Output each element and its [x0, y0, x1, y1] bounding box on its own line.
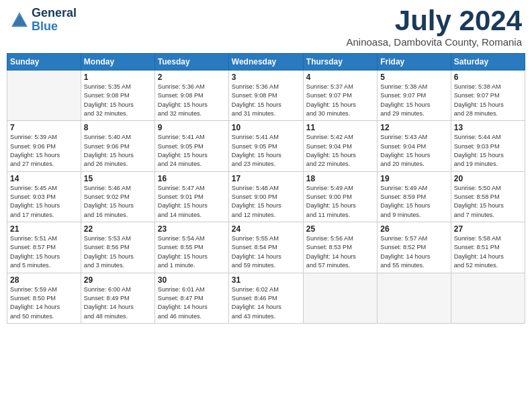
month-title: July 2024	[346, 7, 522, 35]
day-number: 10	[232, 123, 300, 132]
title-area: July 2024 Aninoasa, Dambovita County, Ro…	[346, 7, 522, 48]
day-info: Sunrise: 5:41 AM Sunset: 9:05 PM Dayligh…	[158, 133, 226, 169]
day-info: Sunrise: 5:44 AM Sunset: 9:03 PM Dayligh…	[454, 133, 522, 169]
day-info: Sunrise: 5:42 AM Sunset: 9:04 PM Dayligh…	[306, 133, 374, 169]
day-number: 17	[232, 174, 300, 183]
calendar-cell: 30Sunrise: 6:01 AM Sunset: 8:47 PM Dayli…	[154, 273, 228, 323]
calendar-cell: 25Sunrise: 5:56 AM Sunset: 8:53 PM Dayli…	[303, 222, 377, 273]
week-row-4: 21Sunrise: 5:51 AM Sunset: 8:57 PM Dayli…	[7, 222, 525, 273]
calendar-cell: 12Sunrise: 5:43 AM Sunset: 9:04 PM Dayli…	[378, 121, 451, 171]
day-info: Sunrise: 5:36 AM Sunset: 9:08 PM Dayligh…	[158, 83, 226, 118]
day-number: 6	[454, 73, 522, 82]
day-number: 7	[10, 123, 78, 132]
day-number: 18	[306, 174, 374, 183]
day-number: 21	[10, 224, 78, 234]
day-info: Sunrise: 5:45 AM Sunset: 9:03 PM Dayligh…	[10, 184, 78, 220]
day-info: Sunrise: 5:49 AM Sunset: 8:59 PM Dayligh…	[380, 184, 447, 220]
logo-blue: Blue	[32, 20, 77, 34]
calendar-cell: 28Sunrise: 5:59 AM Sunset: 8:50 PM Dayli…	[7, 273, 81, 323]
calendar-cell: 2Sunrise: 5:36 AM Sunset: 9:08 PM Daylig…	[154, 71, 228, 121]
calendar-cell: 9Sunrise: 5:41 AM Sunset: 9:05 PM Daylig…	[154, 121, 228, 171]
day-number: 29	[84, 275, 152, 285]
week-row-1: 1Sunrise: 5:35 AM Sunset: 9:08 PM Daylig…	[7, 71, 525, 121]
weekday-header-saturday: Saturday	[451, 54, 525, 71]
calendar-cell	[378, 273, 451, 323]
calendar-cell: 29Sunrise: 6:00 AM Sunset: 8:49 PM Dayli…	[81, 273, 154, 323]
day-info: Sunrise: 6:00 AM Sunset: 8:49 PM Dayligh…	[84, 285, 152, 321]
day-number: 31	[232, 275, 300, 285]
day-info: Sunrise: 6:01 AM Sunset: 8:47 PM Dayligh…	[158, 285, 226, 321]
day-number: 8	[84, 123, 152, 132]
calendar-cell: 21Sunrise: 5:51 AM Sunset: 8:57 PM Dayli…	[7, 222, 81, 273]
day-number: 12	[380, 123, 447, 132]
day-info: Sunrise: 5:46 AM Sunset: 9:02 PM Dayligh…	[84, 184, 152, 220]
day-number: 28	[10, 275, 78, 285]
day-info: Sunrise: 5:57 AM Sunset: 8:52 PM Dayligh…	[380, 234, 447, 270]
day-info: Sunrise: 5:43 AM Sunset: 9:04 PM Dayligh…	[380, 133, 447, 169]
day-info: Sunrise: 5:53 AM Sunset: 8:56 PM Dayligh…	[84, 234, 152, 270]
day-info: Sunrise: 5:59 AM Sunset: 8:50 PM Dayligh…	[10, 285, 78, 321]
day-number: 15	[84, 174, 152, 183]
day-info: Sunrise: 5:41 AM Sunset: 9:05 PM Dayligh…	[232, 133, 300, 169]
day-info: Sunrise: 5:47 AM Sunset: 9:01 PM Dayligh…	[158, 184, 226, 220]
calendar-cell	[451, 273, 525, 323]
day-number: 19	[380, 174, 447, 183]
day-info: Sunrise: 5:38 AM Sunset: 9:07 PM Dayligh…	[380, 83, 447, 118]
calendar-cell: 17Sunrise: 5:48 AM Sunset: 9:00 PM Dayli…	[228, 171, 303, 222]
calendar-cell: 20Sunrise: 5:50 AM Sunset: 8:58 PM Dayli…	[451, 171, 525, 222]
day-info: Sunrise: 5:40 AM Sunset: 9:06 PM Dayligh…	[84, 133, 152, 169]
day-number: 25	[306, 224, 374, 234]
day-info: Sunrise: 5:54 AM Sunset: 8:55 PM Dayligh…	[158, 234, 226, 270]
day-info: Sunrise: 5:35 AM Sunset: 9:08 PM Dayligh…	[84, 83, 152, 118]
day-info: Sunrise: 6:02 AM Sunset: 8:46 PM Dayligh…	[232, 285, 300, 321]
calendar-cell: 3Sunrise: 5:36 AM Sunset: 9:08 PM Daylig…	[228, 71, 303, 121]
calendar-cell	[7, 71, 81, 121]
calendar-cell: 14Sunrise: 5:45 AM Sunset: 9:03 PM Dayli…	[7, 171, 81, 222]
day-info: Sunrise: 5:55 AM Sunset: 8:54 PM Dayligh…	[232, 234, 300, 270]
day-info: Sunrise: 5:56 AM Sunset: 8:53 PM Dayligh…	[306, 234, 374, 270]
calendar-cell: 8Sunrise: 5:40 AM Sunset: 9:06 PM Daylig…	[81, 121, 154, 171]
weekday-header-row: SundayMondayTuesdayWednesdayThursdayFrid…	[7, 54, 525, 71]
day-number: 3	[232, 73, 300, 82]
day-number: 16	[158, 174, 226, 183]
day-info: Sunrise: 5:37 AM Sunset: 9:07 PM Dayligh…	[306, 83, 374, 118]
day-number: 23	[158, 224, 226, 234]
day-number: 4	[306, 73, 374, 82]
day-number: 13	[454, 123, 522, 132]
calendar-cell: 27Sunrise: 5:58 AM Sunset: 8:51 PM Dayli…	[451, 222, 525, 273]
calendar-cell: 10Sunrise: 5:41 AM Sunset: 9:05 PM Dayli…	[228, 121, 303, 171]
day-info: Sunrise: 5:51 AM Sunset: 8:57 PM Dayligh…	[10, 234, 78, 270]
day-number: 26	[380, 224, 447, 234]
weekday-header-friday: Friday	[378, 54, 451, 71]
day-number: 11	[306, 123, 374, 132]
calendar-cell: 19Sunrise: 5:49 AM Sunset: 8:59 PM Dayli…	[378, 171, 451, 222]
calendar-cell: 18Sunrise: 5:49 AM Sunset: 9:00 PM Dayli…	[303, 171, 377, 222]
day-info: Sunrise: 5:58 AM Sunset: 8:51 PM Dayligh…	[454, 234, 522, 270]
logo-icon	[10, 11, 29, 30]
day-number: 14	[10, 174, 78, 183]
weekday-header-wednesday: Wednesday	[228, 54, 303, 71]
week-row-3: 14Sunrise: 5:45 AM Sunset: 9:03 PM Dayli…	[7, 171, 525, 222]
calendar-cell: 7Sunrise: 5:39 AM Sunset: 9:06 PM Daylig…	[7, 121, 81, 171]
day-number: 9	[158, 123, 226, 132]
day-info: Sunrise: 5:48 AM Sunset: 9:00 PM Dayligh…	[232, 184, 300, 220]
day-number: 22	[84, 224, 152, 234]
calendar-cell: 24Sunrise: 5:55 AM Sunset: 8:54 PM Dayli…	[228, 222, 303, 273]
day-number: 20	[454, 174, 522, 183]
calendar-cell: 16Sunrise: 5:47 AM Sunset: 9:01 PM Dayli…	[154, 171, 228, 222]
day-number: 2	[158, 73, 226, 82]
page-header: General Blue July 2024 Aninoasa, Dambovi…	[7, 7, 525, 48]
logo-text: General Blue	[32, 7, 77, 34]
calendar: SundayMondayTuesdayWednesdayThursdayFrid…	[7, 53, 525, 324]
day-info: Sunrise: 5:36 AM Sunset: 9:08 PM Dayligh…	[232, 83, 300, 118]
day-info: Sunrise: 5:49 AM Sunset: 9:00 PM Dayligh…	[306, 184, 374, 220]
calendar-cell	[303, 273, 377, 323]
logo-general: General	[32, 7, 77, 20]
day-number: 5	[380, 73, 447, 82]
logo: General Blue	[10, 7, 77, 34]
svg-marker-1	[13, 15, 26, 26]
calendar-cell: 4Sunrise: 5:37 AM Sunset: 9:07 PM Daylig…	[303, 71, 377, 121]
calendar-cell: 23Sunrise: 5:54 AM Sunset: 8:55 PM Dayli…	[154, 222, 228, 273]
day-info: Sunrise: 5:39 AM Sunset: 9:06 PM Dayligh…	[10, 133, 78, 169]
calendar-cell: 31Sunrise: 6:02 AM Sunset: 8:46 PM Dayli…	[228, 273, 303, 323]
